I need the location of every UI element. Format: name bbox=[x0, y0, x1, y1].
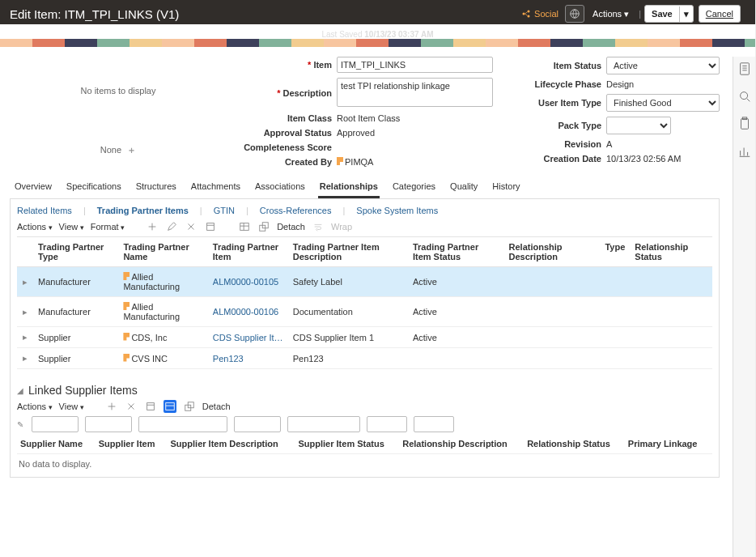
expand-icon[interactable]: ▸ bbox=[17, 297, 33, 327]
tp-item[interactable]: ALM0000-00105 bbox=[208, 267, 288, 297]
description-input[interactable]: test TPI relationship linkage bbox=[337, 78, 493, 107]
linked-add-icon[interactable] bbox=[105, 400, 118, 413]
subtab-related-items[interactable]: Related Items bbox=[17, 206, 72, 215]
tpi-col[interactable]: Trading Partner Type bbox=[33, 237, 118, 267]
tab-attachments[interactable]: Attachments bbox=[189, 176, 242, 198]
linked-col[interactable]: Supplier Name bbox=[19, 434, 96, 452]
linked-col[interactable]: Supplier Item Status bbox=[297, 434, 400, 452]
linked-col[interactable]: Primary Linkage bbox=[626, 434, 711, 452]
item-status-select[interactable]: Active bbox=[606, 57, 720, 74]
rel-status bbox=[630, 297, 712, 327]
tpi-col[interactable]: Relationship Description bbox=[504, 237, 601, 267]
detach-label[interactable]: Detach bbox=[277, 222, 305, 232]
linked-col[interactable]: Relationship Description bbox=[401, 434, 524, 452]
tp-item[interactable]: Pen123 bbox=[208, 348, 288, 369]
tp-type: Manufacturer bbox=[33, 267, 118, 297]
table-row[interactable]: ▸ManufacturerAllied ManufacturingALM0000… bbox=[17, 297, 712, 327]
tp-type: Manufacturer bbox=[33, 297, 118, 327]
user-item-type-select[interactable]: Finished Good bbox=[606, 94, 720, 112]
created-by-label: Created By bbox=[240, 157, 337, 167]
linked-qbe-icon[interactable] bbox=[164, 400, 176, 413]
tab-history[interactable]: History bbox=[491, 176, 521, 198]
linked-delete-icon[interactable] bbox=[125, 400, 138, 413]
tab-associations[interactable]: Associations bbox=[253, 176, 307, 198]
tpi-format-menu[interactable]: Format bbox=[91, 222, 125, 232]
tpi-col[interactable]: Trading Partner Item Description bbox=[288, 237, 408, 267]
subtab-spoke-system-items[interactable]: Spoke System Items bbox=[356, 206, 438, 215]
filter-supplier-item-desc[interactable] bbox=[138, 416, 227, 432]
svg-point-2 bbox=[523, 13, 525, 15]
linked-col[interactable]: Supplier Item bbox=[97, 434, 168, 452]
revision-label: Revision bbox=[509, 139, 606, 149]
tab-categories[interactable]: Categories bbox=[391, 176, 437, 198]
rail-clipboard-icon[interactable] bbox=[737, 117, 752, 133]
qbe-pencil-icon[interactable]: ✎ bbox=[17, 416, 23, 432]
linked-actions-menu[interactable]: Actions bbox=[17, 402, 53, 411]
tp-name: Allied Manufacturing bbox=[118, 267, 207, 297]
approval-status-value: Approved bbox=[337, 128, 493, 138]
expand-icon[interactable]: ▸ bbox=[17, 348, 33, 369]
edit-row-icon[interactable] bbox=[165, 220, 178, 233]
linked-detach-label[interactable]: Detach bbox=[202, 402, 231, 411]
linked-col[interactable]: Relationship Status bbox=[525, 434, 625, 452]
export-icon[interactable] bbox=[204, 220, 217, 233]
linked-col[interactable]: Supplier Item Description bbox=[169, 434, 295, 452]
tpi-col[interactable]: Type bbox=[600, 237, 630, 267]
tp-status: Active bbox=[408, 297, 504, 327]
cancel-button[interactable]: Cancel bbox=[699, 5, 741, 23]
rail-document-icon[interactable] bbox=[737, 62, 752, 78]
svg-rect-14 bbox=[740, 63, 749, 74]
collapse-icon[interactable]: ◢ bbox=[17, 386, 23, 395]
tpi-actions-menu[interactable]: Actions bbox=[17, 222, 53, 232]
social-link[interactable]: Social bbox=[521, 9, 559, 19]
table-row[interactable]: ▸ManufacturerAllied ManufacturingALM0000… bbox=[17, 267, 712, 297]
table-row[interactable]: ▸SupplierCDS, IncCDS Supplier It…CDS Sup… bbox=[17, 327, 712, 348]
filter-supplier-item-status[interactable] bbox=[234, 416, 281, 432]
lifecycle-value: Design bbox=[606, 79, 720, 89]
tpi-col[interactable]: Trading Partner Name bbox=[118, 237, 207, 267]
expand-icon[interactable]: ▸ bbox=[17, 327, 33, 348]
table-row[interactable]: ▸SupplierCVS INCPen123Pen123 bbox=[17, 348, 712, 369]
subtab-trading-partner-items[interactable]: Trading Partner Items bbox=[97, 206, 189, 215]
globe-button[interactable] bbox=[565, 5, 584, 23]
delete-row-icon[interactable] bbox=[185, 220, 197, 233]
linked-view-menu[interactable]: View bbox=[59, 402, 84, 411]
tab-relationships[interactable]: Relationships bbox=[318, 176, 380, 198]
add-row-icon[interactable] bbox=[146, 220, 159, 233]
freeze-icon[interactable] bbox=[238, 220, 251, 233]
rail-chart-icon[interactable] bbox=[737, 144, 752, 160]
tab-quality[interactable]: Quality bbox=[448, 176, 479, 198]
filter-rel-status[interactable] bbox=[367, 416, 407, 432]
tpi-col[interactable]: Trading Partner Item Status bbox=[408, 237, 504, 267]
linked-detach-icon[interactable] bbox=[183, 400, 196, 413]
tp-desc: Pen123 bbox=[288, 348, 408, 369]
tpi-view-menu[interactable]: View bbox=[59, 222, 84, 232]
expand-icon[interactable]: ▸ bbox=[17, 267, 33, 297]
filter-supplier-item[interactable] bbox=[85, 416, 132, 432]
pack-type-select[interactable] bbox=[606, 117, 671, 134]
item-input[interactable] bbox=[337, 57, 493, 73]
svg-rect-11 bbox=[166, 403, 175, 410]
pack-type-label: Pack Type bbox=[509, 121, 606, 130]
tab-structures[interactable]: Structures bbox=[134, 176, 178, 198]
header-actions-menu[interactable]: Actions ▾ bbox=[592, 9, 629, 19]
tp-item[interactable]: ALM0000-00106 bbox=[208, 297, 288, 327]
tpi-col[interactable]: Trading Partner Item bbox=[208, 237, 288, 267]
detach-icon[interactable] bbox=[257, 220, 270, 233]
tpi-col[interactable]: Relationship Status bbox=[630, 237, 712, 267]
filter-primary-linkage[interactable] bbox=[414, 416, 454, 432]
rel-status bbox=[630, 348, 712, 369]
subtab-gtin[interactable]: GTIN bbox=[214, 206, 235, 215]
subtab-cross-references[interactable]: Cross-References bbox=[260, 206, 332, 215]
filter-rel-desc[interactable] bbox=[287, 416, 360, 432]
tp-item[interactable]: CDS Supplier It… bbox=[208, 327, 288, 348]
tab-overview[interactable]: Overview bbox=[13, 176, 53, 198]
add-context-icon[interactable]: ＋ bbox=[127, 145, 136, 155]
linked-export-icon[interactable] bbox=[144, 400, 157, 413]
rail-search-icon[interactable] bbox=[737, 89, 752, 105]
tpi-table[interactable]: Trading Partner TypeTrading Partner Name… bbox=[17, 236, 712, 369]
completeness-label: Completeness Score bbox=[240, 142, 337, 152]
filter-supplier-name[interactable] bbox=[32, 416, 79, 432]
tab-specifications[interactable]: Specifications bbox=[65, 176, 123, 198]
save-button[interactable]: Save▾ bbox=[644, 5, 694, 23]
